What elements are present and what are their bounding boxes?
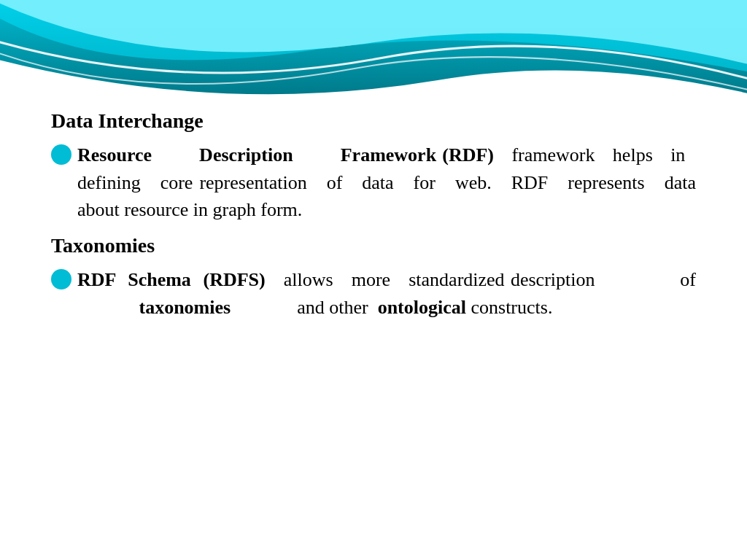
section2-heading: Taxonomies [51,234,696,257]
rdf-title: Resource Description Framework (RDF) [77,144,494,166]
bullet-circle-rdf [51,144,71,165]
rdfs-ontological: ontological [378,297,466,318]
bullet-text-rdfs: RDF Schema (RDFS) allows more standardiz… [77,266,696,321]
main-content: Data Interchange Resource Description Fr… [51,109,696,538]
rdfs-taxonomies: taxonomies [139,297,231,318]
bullet-item-rdfs: RDF Schema (RDFS) allows more standardiz… [51,266,696,321]
section1-heading: Data Interchange [51,109,696,133]
bullet-circle-rdfs [51,269,71,289]
rdf-acronym: RDF [449,144,487,166]
wave-header [0,0,747,95]
bullet-item-rdf: Resource Description Framework (RDF) fra… [51,141,696,224]
rdfs-acronym: RDFS [209,269,259,290]
rdfs-title: RDF Schema (RDFS) [77,269,266,290]
bullet-text-rdf: Resource Description Framework (RDF) fra… [77,141,696,224]
